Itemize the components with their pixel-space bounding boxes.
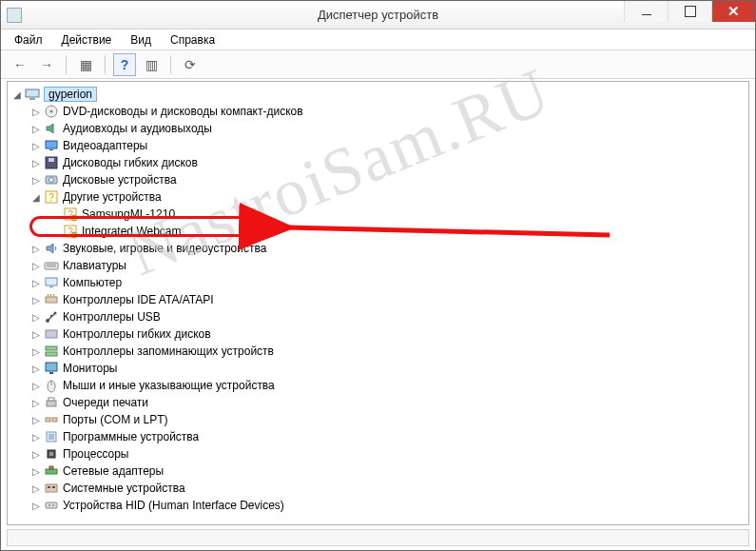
minimize-button[interactable]: [624, 1, 668, 22]
tree-node[interactable]: ▷Устройства HID (Human Interface Devices…: [10, 497, 746, 514]
tree-node[interactable]: ▷Порты (COM и LPT): [10, 411, 746, 428]
tree-node[interactable]: ▷Контроллеры USB: [10, 308, 746, 325]
tree-node[interactable]: ▷Контроллеры IDE ATA/ATAPI: [10, 291, 746, 308]
expand-toggle[interactable]: ▷: [30, 432, 42, 443]
tree-node[interactable]: ◢?Другие устройства: [10, 188, 746, 206]
unknown-icon: ?!: [63, 207, 78, 222]
disk-icon: [44, 172, 59, 187]
toolbar-separator: [170, 55, 171, 74]
printer-icon: [44, 395, 59, 410]
tree-node[interactable]: ▷Мыши и иные указывающие устройства: [10, 377, 746, 394]
tree-node[interactable]: ▷Клавиатуры: [10, 257, 746, 274]
expand-toggle[interactable]: ▷: [30, 141, 42, 151]
svg-rect-1: [29, 98, 35, 100]
tree-node[interactable]: ▷Очереди печати: [10, 394, 746, 411]
window-buttons: [624, 1, 755, 29]
expand-toggle[interactable]: ▷: [30, 244, 42, 254]
tree-node[interactable]: ▷Контроллеры запоминающих устройств: [10, 343, 746, 360]
tree-node[interactable]: ▷Мониторы: [10, 360, 746, 377]
expand-toggle[interactable]: ▷: [30, 449, 42, 460]
tree-node[interactable]: ▷Видеоадаптеры: [10, 137, 746, 154]
expand-toggle[interactable]: ▷: [30, 158, 42, 168]
tree-node[interactable]: ▷Дисководы гибких дисков: [10, 154, 746, 171]
expand-toggle[interactable]: ▷: [30, 501, 42, 511]
tree-node[interactable]: ▷Звуковые, игровые и видеоустройства: [10, 240, 746, 257]
tree-node[interactable]: ▷Компьютер: [10, 274, 746, 291]
svg-rect-4: [46, 141, 57, 148]
tree-node[interactable]: ▷Сетевые адаптеры: [10, 462, 746, 480]
tree-node[interactable]: ?!SamsungML-1210: [10, 206, 746, 223]
menu-help[interactable]: Справка: [161, 31, 224, 49]
tree-node-label: Программные устройства: [63, 430, 199, 443]
close-button[interactable]: [711, 1, 755, 22]
svg-text:?: ?: [48, 192, 54, 203]
keyboard-icon: [44, 258, 59, 273]
tree-node[interactable]: ▷Процессоры: [10, 445, 746, 462]
computer-icon: [25, 87, 40, 102]
menu-view[interactable]: Вид: [121, 31, 161, 49]
scan-button[interactable]: ▥: [140, 53, 163, 76]
svg-rect-27: [50, 294, 51, 297]
menu-file[interactable]: Файл: [5, 31, 52, 49]
expand-toggle[interactable]: ▷: [30, 107, 42, 117]
svg-rect-52: [46, 502, 57, 508]
tree-node-label: Integrated Webcam: [82, 225, 182, 238]
expand-toggle[interactable]: ▷: [30, 466, 42, 477]
refresh-button[interactable]: ⟳: [179, 53, 202, 76]
expand-toggle[interactable]: ▷: [30, 381, 42, 391]
tree-node-label: Звуковые, игровые и видеоустройства: [63, 242, 266, 255]
svg-text:!: !: [73, 232, 74, 238]
dvd-icon: [44, 104, 59, 119]
expand-toggle[interactable]: ▷: [30, 312, 42, 323]
tree-node[interactable]: ▷DVD-дисководы и дисководы компакт-диско…: [10, 103, 746, 120]
svg-rect-25: [46, 297, 57, 303]
sound-icon: [44, 241, 59, 256]
tree-node-label: Клавиатуры: [63, 259, 126, 272]
tree-node-label: Компьютер: [63, 276, 122, 289]
tree-node[interactable]: ▷Контроллеры гибких дисков: [10, 325, 746, 343]
tree-node[interactable]: ▷Системные устройства: [10, 480, 746, 497]
svg-rect-35: [46, 363, 57, 371]
svg-rect-5: [49, 149, 53, 150]
svg-point-9: [49, 178, 54, 183]
show-hidden-button[interactable]: ▦: [74, 53, 97, 76]
svg-rect-32: [46, 330, 57, 338]
computer-icon: [44, 275, 59, 290]
expand-toggle[interactable]: ▷: [30, 346, 42, 357]
svg-rect-24: [49, 286, 53, 287]
cpu-icon: [44, 446, 59, 462]
storage-icon: [44, 344, 59, 359]
tree-node[interactable]: ▷Дисковые устройства: [10, 171, 746, 188]
expand-toggle[interactable]: ▷: [30, 364, 42, 374]
tree-node[interactable]: ▷Программные устройства: [10, 428, 746, 445]
expand-toggle[interactable]: ▷: [30, 329, 42, 340]
tree-root[interactable]: ◢gyperion: [10, 86, 746, 103]
back-button[interactable]: ←: [9, 53, 31, 76]
tree-node[interactable]: ?!Integrated Webcam: [10, 223, 746, 240]
menu-action[interactable]: Действие: [52, 31, 122, 49]
tree-node-label: Видеоадаптеры: [63, 139, 147, 152]
expand-toggle[interactable]: ▷: [30, 398, 42, 408]
ide-icon: [44, 292, 59, 307]
help-button[interactable]: ?: [113, 53, 136, 76]
expand-toggle[interactable]: ▷: [30, 124, 42, 134]
expand-toggle[interactable]: ▷: [30, 278, 42, 288]
expand-toggle[interactable]: ◢: [30, 192, 42, 203]
svg-rect-48: [49, 466, 53, 469]
expand-toggle[interactable]: ▷: [30, 415, 42, 425]
expand-toggle[interactable]: ◢: [11, 89, 23, 100]
device-tree[interactable]: ◢gyperion▷DVD-дисководы и дисководы комп…: [7, 81, 749, 525]
svg-rect-47: [46, 469, 57, 474]
forward-button[interactable]: →: [35, 53, 58, 76]
expand-toggle[interactable]: ▷: [30, 175, 42, 186]
svg-rect-34: [46, 352, 57, 356]
expand-toggle[interactable]: ▷: [30, 261, 42, 271]
maximize-button[interactable]: [668, 1, 711, 22]
tree-node[interactable]: ▷Аудиовходы и аудиовыходы: [10, 120, 746, 137]
expand-toggle[interactable]: ▷: [30, 295, 42, 305]
svg-rect-51: [52, 486, 55, 488]
network-icon: [44, 463, 59, 479]
app-icon: [7, 8, 22, 23]
svg-point-3: [50, 110, 53, 113]
expand-toggle[interactable]: ▷: [30, 483, 42, 494]
